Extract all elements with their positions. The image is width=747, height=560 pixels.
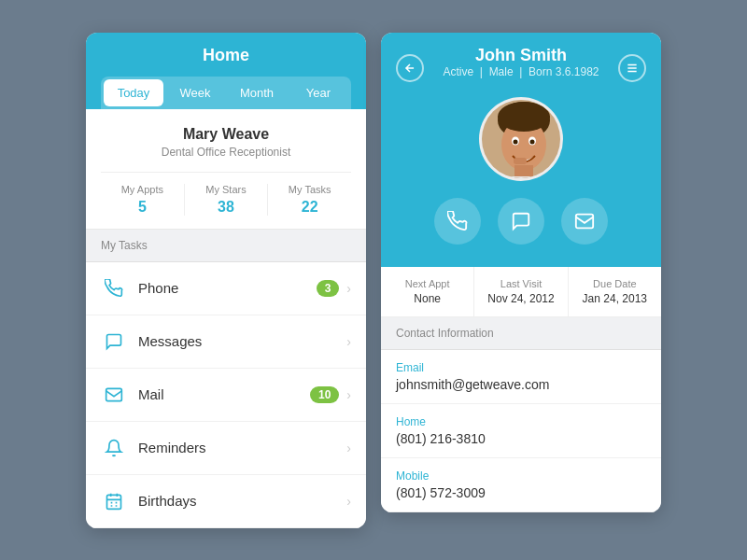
tab-month[interactable]: Month (227, 79, 287, 106)
contact-email: Email johnsmith@getweave.com (381, 350, 661, 404)
next-appt-label: Next Appt (390, 278, 464, 289)
stat-appts-value: 5 (101, 199, 184, 216)
email-button[interactable] (561, 198, 608, 245)
left-panel: Home Today Week Month Year Mary Weave De… (86, 33, 366, 528)
mobile-label: Mobile (396, 469, 646, 483)
due-date-value: Jan 24, 2013 (578, 292, 652, 305)
header-nav: John Smith Active | Male | Born 3.6.1982 (396, 46, 646, 91)
user-name: Mary Weave (101, 126, 351, 143)
svg-rect-1 (107, 495, 121, 509)
right-panel: John Smith Active | Male | Born 3.6.1982 (381, 33, 661, 512)
stat-stars: My Stars 38 (185, 184, 269, 216)
birthdays-chevron: › (346, 494, 351, 509)
contact-home: Home (801) 216-3810 (381, 404, 661, 458)
task-item-phone[interactable]: Phone 3 › (86, 262, 366, 315)
task-messages-label: Messages (138, 333, 346, 349)
menu-button[interactable] (618, 54, 646, 82)
phone-badge: 3 (317, 280, 340, 297)
task-birthdays-label: Birthdays (138, 493, 346, 509)
next-appt-cell: Next Appt None (381, 267, 474, 316)
panel-header: Home Today Week Month Year (86, 33, 366, 109)
message-button[interactable] (498, 198, 544, 245)
task-item-messages[interactable]: Messages › (86, 315, 366, 369)
task-list: Phone 3 › Messages › (86, 262, 366, 528)
mobile-value: (801) 572-3009 (396, 485, 646, 500)
tab-today[interactable]: Today (104, 79, 163, 106)
due-date-cell: Due Date Jan 24, 2013 (569, 267, 661, 316)
mail-icon (101, 382, 127, 408)
stats-row: My Appts 5 My Stars 38 My Tasks 22 (101, 172, 351, 216)
next-appt-value: None (390, 292, 464, 305)
last-visit-label: Last Visit (484, 278, 557, 289)
stat-appts-label: My Appts (101, 184, 184, 195)
last-visit-value: Nov 24, 2012 (484, 292, 557, 305)
patient-avatar (479, 97, 563, 181)
call-button[interactable] (434, 198, 481, 245)
birthdays-icon (101, 488, 127, 514)
contact-section-header: Contact Information (381, 317, 661, 350)
task-phone-label: Phone (138, 280, 317, 296)
email-label: Email (396, 361, 646, 374)
phone-icon (101, 275, 127, 301)
svg-rect-12 (514, 158, 527, 164)
user-role: Dental Office Receptionist (101, 146, 351, 159)
messages-chevron: › (346, 334, 351, 349)
task-item-mail[interactable]: Mail 10 › (86, 369, 366, 422)
appt-info-row: Next Appt None Last Visit Nov 24, 2012 D… (381, 267, 661, 317)
stat-appts: My Appts 5 (101, 184, 185, 216)
home-value: (801) 216-3810 (396, 431, 646, 446)
patient-name-header: John Smith Active | Male | Born 3.6.1982 (443, 46, 599, 91)
due-date-label: Due Date (578, 278, 652, 289)
svg-point-11 (530, 139, 535, 144)
tasks-section-header: My Tasks (86, 230, 366, 262)
user-section: Mary Weave Dental Office Receptionist My… (86, 109, 366, 230)
patient-meta: Active | Male | Born 3.6.1982 (443, 65, 599, 78)
task-mail-label: Mail (138, 386, 310, 402)
svg-point-5 (498, 102, 550, 132)
home-label: Home (396, 415, 646, 428)
tab-bar: Today Week Month Year (101, 77, 351, 109)
back-button[interactable] (396, 54, 424, 82)
svg-rect-6 (514, 165, 533, 181)
stat-tasks-label: My Tasks (268, 184, 351, 195)
task-reminders-label: Reminders (138, 440, 346, 455)
email-value: johnsmith@getweave.com (396, 377, 646, 392)
reminders-icon (101, 435, 127, 461)
contact-mobile: Mobile (801) 572-3009 (381, 458, 661, 512)
tab-week[interactable]: Week (165, 79, 225, 106)
stat-stars-label: My Stars (185, 184, 268, 195)
tab-year[interactable]: Year (289, 79, 348, 106)
last-visit-cell: Last Visit Nov 24, 2012 (474, 267, 568, 316)
mail-badge: 10 (310, 386, 339, 403)
panel-title: Home (101, 46, 351, 65)
svg-rect-0 (106, 388, 122, 400)
task-item-birthdays[interactable]: Birthdays › (86, 475, 366, 528)
task-item-reminders[interactable]: Reminders › (86, 422, 366, 475)
stat-stars-value: 38 (185, 199, 268, 216)
action-buttons (396, 198, 646, 245)
phone-chevron: › (346, 281, 351, 296)
mail-chevron: › (346, 387, 351, 402)
stat-tasks: My Tasks 22 (268, 184, 351, 216)
svg-rect-7 (500, 176, 547, 181)
reminders-chevron: › (346, 441, 351, 455)
svg-rect-13 (576, 214, 593, 228)
patient-name: John Smith (443, 46, 599, 65)
stat-tasks-value: 22 (268, 199, 351, 216)
patient-header: John Smith Active | Male | Born 3.6.1982 (381, 33, 661, 267)
messages-icon (101, 329, 127, 355)
svg-point-10 (514, 139, 518, 144)
